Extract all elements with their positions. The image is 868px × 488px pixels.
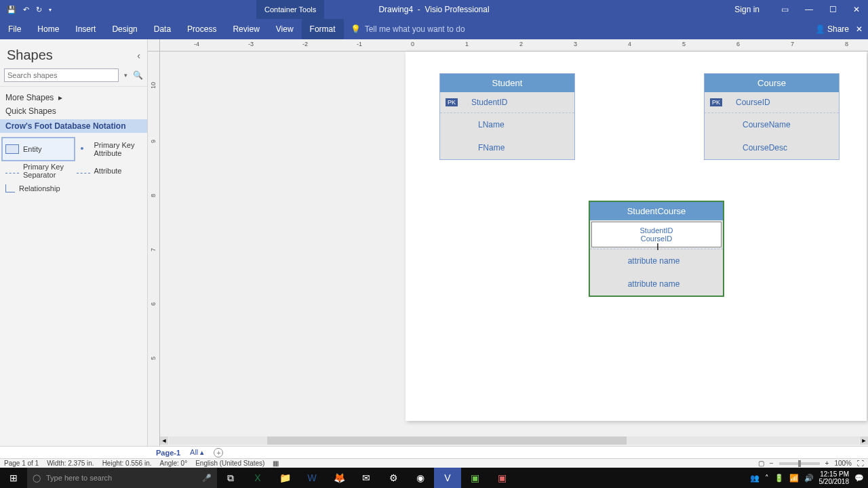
battery-icon[interactable]: 🔋 <box>774 474 784 483</box>
shape-pk-attribute[interactable]: Primary Key Attribute <box>74 138 145 160</box>
wifi-icon[interactable]: 📶 <box>789 474 799 483</box>
clock[interactable]: 12:15 PM5/20/2018 <box>819 470 850 485</box>
zoom-slider[interactable] <box>779 462 820 465</box>
tab-process[interactable]: Process <box>179 19 224 39</box>
undo-icon[interactable]: ↶ <box>23 5 29 14</box>
entity-course-pkrow[interactable]: PK CourseID <box>705 92 839 113</box>
entity-course[interactable]: Course PK CourseID CourseName CourseDesc <box>704 73 840 160</box>
scrollbar-horizontal[interactable]: ◄ ► <box>160 435 868 446</box>
taskview-icon[interactable]: ⧉ <box>217 468 244 488</box>
add-page-button[interactable]: + <box>214 448 223 458</box>
scroll-thumb[interactable] <box>267 436 627 445</box>
entity-course-pk-field[interactable]: CourseID <box>736 98 770 107</box>
recorder-icon[interactable]: ▣ <box>488 468 515 488</box>
signin-link[interactable]: Sign in <box>726 5 768 14</box>
status-lang[interactable]: English (United States) <box>195 460 264 467</box>
page-tab-1[interactable]: Page-1 <box>156 449 180 457</box>
close-icon[interactable]: ✕ <box>845 5 868 14</box>
tab-insert[interactable]: Insert <box>67 19 104 39</box>
document-title: Drawing4 - Visio Professional <box>378 5 489 14</box>
excel-icon[interactable]: X <box>244 468 271 488</box>
entity-student-pkrow[interactable]: PK StudentID <box>440 92 574 113</box>
save-icon[interactable]: 💾 <box>7 5 16 14</box>
chrome-icon[interactable]: ◉ <box>407 468 434 488</box>
settings-icon[interactable]: ⚙ <box>380 468 407 488</box>
volume-icon[interactable]: 🔊 <box>804 474 814 483</box>
zoom-in-icon[interactable]: + <box>825 460 829 467</box>
mail-icon[interactable]: ✉ <box>353 468 380 488</box>
page-tab-all[interactable]: All ▴ <box>190 448 204 457</box>
entity-student-pk-field[interactable]: StudentID <box>471 98 507 107</box>
main: Shapes ‹ ▾ 🔍 More Shapes ▸ Quick Shapes … <box>0 39 868 446</box>
taskbar-apps: ⧉ X 📁 W 🦊 ✉ ⚙ ◉ V ▣ ▣ <box>217 468 515 488</box>
taskbar: ⊞ ◯ Type here to search 🎤 ⧉ X 📁 W 🦊 ✉ ⚙ … <box>0 468 868 488</box>
entity-course-header[interactable]: Course <box>705 74 839 92</box>
entity-studentcourse[interactable]: StudentCourse StudentID CourseID attribu… <box>589 201 724 297</box>
tab-home[interactable]: Home <box>29 19 67 39</box>
status-width: Width: 2.375 in. <box>47 460 94 467</box>
camtasia-icon[interactable]: ▣ <box>461 468 488 488</box>
tell-me[interactable]: 💡 Tell me what you want to do <box>351 24 465 34</box>
people-icon[interactable]: 👥 <box>750 474 760 483</box>
titlebar: 💾 ↶ ↻ ▾ Container Tools Drawing4 - Visio… <box>0 0 868 19</box>
shape-attribute[interactable]: Attribute <box>74 160 145 182</box>
tab-design[interactable]: Design <box>104 19 145 39</box>
zoom-level[interactable]: 100% <box>834 460 852 467</box>
macro-icon[interactable]: ▦ <box>273 460 279 467</box>
search-icon[interactable]: 🔍 <box>132 70 143 80</box>
maximize-icon[interactable]: ☐ <box>821 5 845 14</box>
tab-view[interactable]: View <box>268 19 302 39</box>
shape-entity[interactable]: Entity <box>3 138 74 160</box>
tab-data[interactable]: Data <box>146 19 179 39</box>
entity-sc-pk-edit[interactable]: StudentID CourseID <box>591 222 722 247</box>
minimize-icon[interactable]: — <box>797 5 821 14</box>
entity-student-attr-lname[interactable]: LName <box>440 113 574 136</box>
fit-page-icon[interactable]: ⛶ <box>857 460 864 467</box>
tab-format[interactable]: Format <box>302 19 344 39</box>
visio-icon[interactable]: V <box>434 468 461 488</box>
shape-relationship[interactable]: Relationship <box>3 182 74 195</box>
ribbon-options-icon[interactable]: ▭ <box>773 5 797 14</box>
scroll-left-icon[interactable]: ◄ <box>160 436 168 445</box>
context-tab-container-tools[interactable]: Container Tools <box>256 0 324 19</box>
taskbar-search[interactable]: ◯ Type here to search 🎤 <box>27 468 217 488</box>
notifications-icon[interactable]: 💬 <box>854 474 864 483</box>
tab-file[interactable]: File <box>0 19 29 39</box>
explorer-icon[interactable]: 📁 <box>271 468 298 488</box>
entity-course-attr-desc[interactable]: CourseDesc <box>705 136 839 159</box>
stencil-crows-foot[interactable]: Crow's Foot Database Notation <box>0 119 147 133</box>
collapse-shapes-icon[interactable]: ‹ <box>137 50 140 61</box>
canvas[interactable]: -4-3-2-1012345678 1098765 Student PK Stu… <box>148 39 868 446</box>
more-shapes-link[interactable]: More Shapes ▸ <box>5 91 142 104</box>
word-icon[interactable]: W <box>298 468 326 488</box>
ruler-horizontal: -4-3-2-1012345678 <box>160 39 868 52</box>
entity-sc-line2[interactable]: CourseID <box>596 235 717 243</box>
entity-student-header[interactable]: Student <box>440 74 574 92</box>
entity-student[interactable]: Student PK StudentID LName FName <box>439 73 575 160</box>
entity-sc-line1[interactable]: StudentID <box>596 226 717 235</box>
firefox-icon[interactable]: 🦊 <box>326 468 353 488</box>
collapse-ribbon-icon[interactable]: ✕ <box>856 24 863 34</box>
redo-icon[interactable]: ↻ <box>36 5 42 14</box>
share-button[interactable]: 👤 Share <box>815 24 849 34</box>
start-button[interactable]: ⊞ <box>0 472 27 483</box>
tray-up-icon[interactable]: ˄ <box>765 474 769 483</box>
shapes-title: Shapes <box>7 47 53 63</box>
entity-course-attr-name[interactable]: CourseName <box>705 113 839 136</box>
qat-customize-icon[interactable]: ▾ <box>49 7 52 13</box>
status-page: Page 1 of 1 <box>4 460 39 467</box>
tab-review[interactable]: Review <box>224 19 267 39</box>
search-dropdown-icon[interactable]: ▾ <box>121 72 130 79</box>
entity-sc-attr2[interactable]: attribute name <box>590 272 723 296</box>
entity-sc-header[interactable]: StudentCourse <box>590 202 723 220</box>
zoom-out-icon[interactable]: − <box>770 460 774 467</box>
scroll-right-icon[interactable]: ► <box>860 436 868 445</box>
entity-sc-attr1[interactable]: attribute name <box>590 249 723 272</box>
presentation-icon[interactable]: ▢ <box>758 460 764 467</box>
quick-shapes-link[interactable]: Quick Shapes <box>5 104 142 118</box>
shape-pk-separator[interactable]: Primary Key Separator <box>3 160 74 182</box>
search-input[interactable] <box>4 68 119 82</box>
entity-student-attr-fname[interactable]: FName <box>440 136 574 159</box>
mic-icon[interactable]: 🎤 <box>202 474 212 483</box>
scroll-track[interactable] <box>169 436 859 445</box>
